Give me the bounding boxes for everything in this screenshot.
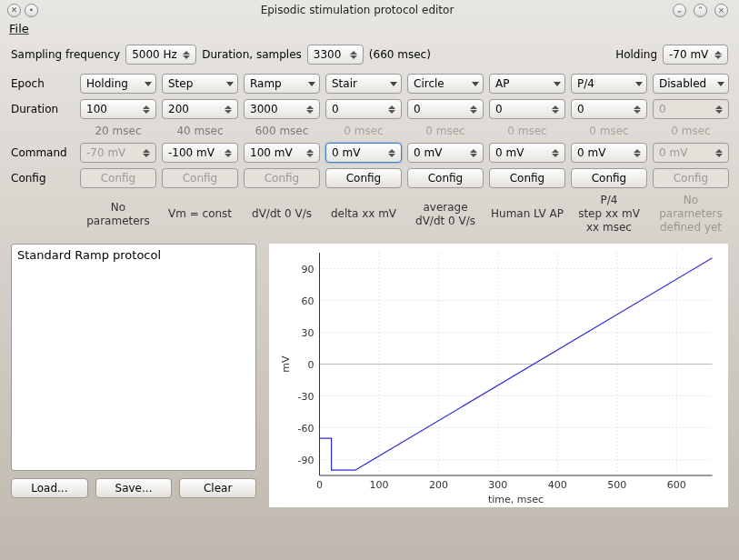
svg-text:0: 0 xyxy=(308,359,315,371)
holding-value: -70 mV xyxy=(669,48,708,61)
svg-text:100: 100 xyxy=(369,479,388,491)
menu-file[interactable]: File xyxy=(9,22,29,35)
epoch-dropdown-6[interactable]: P/4 xyxy=(571,74,647,94)
load-button[interactable]: Load... xyxy=(11,478,88,498)
maximize-icon[interactable]: ⌃ xyxy=(694,4,707,17)
sampling-value: 5000 Hz xyxy=(132,48,177,61)
duration-spinner-6[interactable]: 0 xyxy=(571,99,647,119)
config-button-7: Config xyxy=(653,168,729,188)
svg-text:300: 300 xyxy=(488,479,507,491)
duration-msec-3: 0 msec xyxy=(325,125,402,137)
config-button-0: Config xyxy=(80,168,156,188)
protocol-chart: 0100200300400500600-90-60-300306090time,… xyxy=(269,244,728,507)
sampling-label: Sampling frequency xyxy=(11,48,120,61)
svg-text:60: 60 xyxy=(302,295,315,307)
duration-samples-label: Duration, samples xyxy=(202,48,302,61)
svg-text:time, msec: time, msec xyxy=(488,494,544,505)
epoch-desc-6: P/4step xx mVxx msec xyxy=(571,194,647,235)
duration-spinner-5[interactable]: 0 xyxy=(489,99,565,119)
command-spinner-4[interactable]: 0 mV xyxy=(407,143,484,163)
svg-text:-90: -90 xyxy=(298,455,315,466)
window-title: Episodic stimulation protocol editor xyxy=(42,4,673,16)
epoch-dropdown-5[interactable]: AP xyxy=(489,74,565,94)
epoch-dropdown-1[interactable]: Step xyxy=(162,74,238,94)
command-spinner-3[interactable]: 0 mV xyxy=(325,143,402,163)
duration-msec-7: 0 msec xyxy=(653,125,729,137)
config-button-2: Config xyxy=(244,168,320,188)
duration-row-label: Duration xyxy=(11,103,75,115)
epoch-dropdown-0[interactable]: Holding xyxy=(80,74,156,94)
epoch-desc-4: averagedV/dt 0 V/s xyxy=(407,201,484,228)
duration-spinner-0[interactable]: 100 xyxy=(80,99,156,119)
chevron-up-icon xyxy=(183,51,190,55)
duration-msec-6: 0 msec xyxy=(571,125,647,137)
config-button-4[interactable]: Config xyxy=(407,168,484,188)
titlebar: ✕ • Episodic stimulation protocol editor… xyxy=(0,0,739,20)
epoch-desc-0: No parameters xyxy=(80,201,156,228)
epoch-dropdown-7[interactable]: Disabled xyxy=(653,74,729,94)
epoch-dropdown-3[interactable]: Stair xyxy=(325,74,402,94)
epoch-desc-7: No parametersdefined yet xyxy=(653,194,729,235)
list-item[interactable]: Standard Ramp protocol xyxy=(17,248,250,262)
duration-msec-0: 20 msec xyxy=(80,125,156,137)
menubar: File xyxy=(0,20,739,37)
command-spinner-0: -70 mV xyxy=(80,143,156,163)
clear-button[interactable]: Clear xyxy=(179,478,256,498)
duration-hint: (660 msec) xyxy=(369,48,431,61)
command-spinner-1[interactable]: -100 mV xyxy=(162,143,238,163)
svg-text:500: 500 xyxy=(607,479,626,491)
duration-spinner-2[interactable]: 3000 xyxy=(244,99,320,119)
epoch-desc-2: dV/dt 0 V/s xyxy=(244,207,320,221)
epoch-row-label: Epoch xyxy=(11,77,75,90)
svg-text:-30: -30 xyxy=(298,391,315,403)
holding-spinner[interactable]: -70 mV xyxy=(663,45,728,65)
pin-icon[interactable]: • xyxy=(25,4,38,17)
svg-text:400: 400 xyxy=(548,479,567,491)
epoch-desc-3: delta xx mV xyxy=(325,207,402,221)
duration-spinner-4[interactable]: 0 xyxy=(407,99,484,119)
protocol-listbox[interactable]: Standard Ramp protocol xyxy=(11,244,256,471)
duration-spinner-3[interactable]: 0 xyxy=(325,99,402,119)
command-row-label: Command xyxy=(11,146,75,159)
svg-text:30: 30 xyxy=(302,327,315,339)
epoch-dropdown-4[interactable]: Circle xyxy=(407,74,484,94)
config-row-label: Config xyxy=(11,172,75,185)
duration-samples-value: 3300 xyxy=(314,48,342,61)
config-button-3[interactable]: Config xyxy=(325,168,402,188)
config-button-1: Config xyxy=(162,168,238,188)
duration-samples-spinner[interactable]: 3300 xyxy=(307,45,364,65)
svg-text:200: 200 xyxy=(429,479,448,491)
app-menu-icon[interactable]: ✕ xyxy=(7,4,21,17)
svg-text:mV: mV xyxy=(280,355,292,373)
svg-text:-60: -60 xyxy=(298,423,315,435)
svg-text:90: 90 xyxy=(302,264,315,275)
epoch-desc-1: Vm = const xyxy=(162,207,238,221)
duration-spinner-1[interactable]: 200 xyxy=(162,99,238,119)
duration-msec-2: 600 msec xyxy=(244,125,320,137)
epoch-dropdown-2[interactable]: Ramp xyxy=(244,74,320,94)
duration-spinner-7: 0 xyxy=(653,99,729,119)
minimize-icon[interactable]: ⌄ xyxy=(673,4,686,17)
close-icon[interactable]: × xyxy=(714,4,728,17)
command-spinner-7: 0 mV xyxy=(653,143,729,163)
config-button-5[interactable]: Config xyxy=(489,168,565,188)
command-spinner-5[interactable]: 0 mV xyxy=(489,143,565,163)
duration-msec-1: 40 msec xyxy=(162,125,238,137)
command-spinner-6[interactable]: 0 mV xyxy=(571,143,647,163)
chevron-down-icon xyxy=(183,55,190,59)
svg-text:600: 600 xyxy=(667,479,686,491)
sampling-spinner[interactable]: 5000 Hz xyxy=(125,45,196,65)
duration-msec-5: 0 msec xyxy=(489,125,565,137)
epoch-desc-5: Human LV AP xyxy=(489,207,565,221)
holding-label: Holding xyxy=(615,48,657,61)
config-button-6[interactable]: Config xyxy=(571,168,647,188)
duration-msec-4: 0 msec xyxy=(407,125,484,137)
command-spinner-2[interactable]: 100 mV xyxy=(244,143,320,163)
svg-text:0: 0 xyxy=(316,479,323,491)
save-button[interactable]: Save... xyxy=(95,478,173,498)
